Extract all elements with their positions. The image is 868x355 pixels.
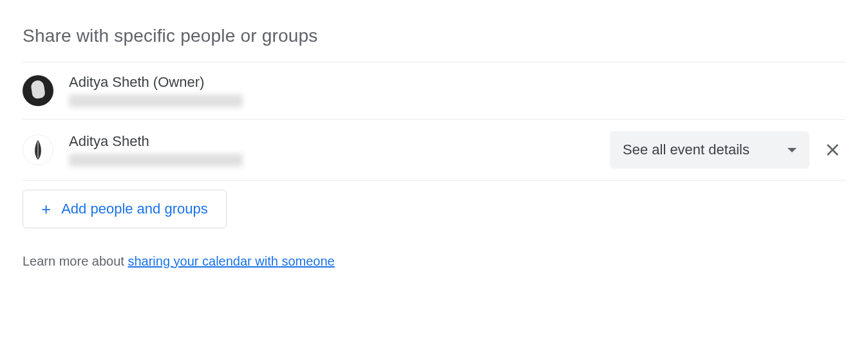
section-title: Share with specific people or groups bbox=[23, 26, 845, 46]
person-row-owner: Aditya Sheth (Owner) bbox=[23, 62, 845, 119]
person-name: Aditya Sheth (Owner) bbox=[69, 74, 845, 91]
person-name: Aditya Sheth bbox=[69, 133, 594, 150]
person-info: Aditya Sheth bbox=[69, 133, 594, 167]
divider bbox=[23, 180, 845, 181]
permission-label: See all event details bbox=[623, 141, 750, 158]
learn-more-text: Learn more about sharing your calendar w… bbox=[23, 254, 845, 269]
avatar bbox=[23, 75, 53, 106]
avatar bbox=[23, 134, 53, 165]
close-icon bbox=[825, 142, 840, 158]
chevron-down-icon bbox=[788, 148, 797, 152]
person-email-redacted bbox=[69, 154, 243, 167]
plus-icon: + bbox=[41, 201, 51, 217]
person-info: Aditya Sheth (Owner) bbox=[69, 74, 845, 107]
person-email-redacted bbox=[69, 95, 243, 107]
add-button-label: Add people and groups bbox=[61, 201, 208, 217]
add-people-button[interactable]: + Add people and groups bbox=[23, 190, 227, 228]
person-row: Aditya Sheth See all event details bbox=[23, 120, 845, 180]
remove-person-button[interactable] bbox=[820, 137, 845, 163]
learn-more-prefix: Learn more about bbox=[23, 254, 127, 268]
permission-select[interactable]: See all event details bbox=[610, 131, 809, 168]
learn-more-link[interactable]: sharing your calendar with someone bbox=[127, 254, 334, 268]
